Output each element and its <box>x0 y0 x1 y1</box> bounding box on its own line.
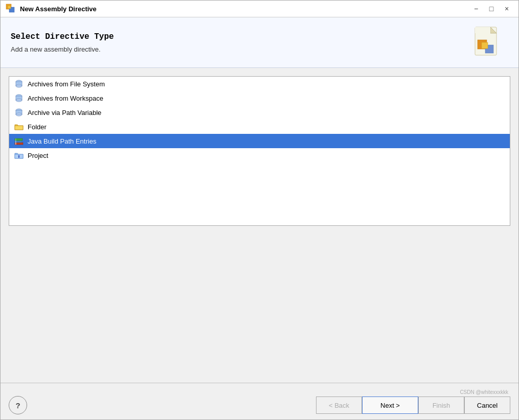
list-item[interactable]: Archives from File System <box>9 77 510 91</box>
spacer <box>9 226 510 375</box>
list-item-label: Folder <box>28 123 47 131</box>
header-subtitle: Add a new assembly directive. <box>11 45 114 53</box>
finish-button[interactable]: Finish <box>418 396 464 414</box>
list-item-label: Java Build Path Entries <box>28 137 96 145</box>
watermark: CSDN @whitexxxkkk <box>9 388 510 396</box>
archive-ws-icon <box>14 94 24 103</box>
dialog-title: New Assembly Directive <box>20 5 465 13</box>
svg-rect-2 <box>8 6 11 9</box>
svg-rect-30 <box>18 156 19 158</box>
svg-rect-8 <box>482 42 488 49</box>
title-bar: New Assembly Directive − □ × <box>1 1 518 17</box>
window-controls: − □ × <box>469 4 513 14</box>
list-item-label: Archives from Workspace <box>28 95 103 102</box>
project-icon <box>14 151 24 160</box>
title-icon <box>6 4 16 14</box>
list-item[interactable]: Archives from Workspace <box>9 91 510 105</box>
archive-fs-icon <box>14 79 24 88</box>
back-button[interactable]: < Back <box>316 396 362 414</box>
header-section: Select Directive Type Add a new assembly… <box>1 17 518 68</box>
folder-icon <box>14 122 24 131</box>
archive-path-icon <box>14 108 24 117</box>
svg-rect-27 <box>15 143 16 145</box>
header-text: Select Directive Type Add a new assembly… <box>11 32 114 53</box>
minimize-button[interactable]: − <box>469 4 483 14</box>
dialog-window: New Assembly Directive − □ × Select Dire… <box>0 0 519 420</box>
list-item[interactable]: Project <box>9 148 510 162</box>
list-item-label: Project <box>28 152 48 159</box>
java-books-icon <box>14 136 24 146</box>
svg-rect-5 <box>475 27 490 33</box>
list-item[interactable]: Archive via Path Variable <box>9 105 510 120</box>
list-item-selected[interactable]: Java Build Path Entries <box>9 134 510 148</box>
close-button[interactable]: × <box>500 4 513 14</box>
list-item[interactable]: Folder <box>9 120 510 134</box>
content-area: Archives from File System Archives from … <box>1 68 518 383</box>
footer: CSDN @whitexxxkkk ? < Back Next > Finish… <box>1 383 518 419</box>
svg-rect-21 <box>15 126 23 130</box>
directive-list[interactable]: Archives from File System Archives from … <box>9 76 510 226</box>
list-item-label: Archive via Path Variable <box>28 109 101 116</box>
help-button[interactable]: ? <box>9 396 27 414</box>
header-title: Select Directive Type <box>11 32 114 41</box>
maximize-button[interactable]: □ <box>485 4 498 14</box>
header-icon <box>467 25 508 60</box>
list-item-label: Archives from File System <box>28 80 105 88</box>
cancel-button[interactable]: Cancel <box>464 396 510 414</box>
next-button[interactable]: Next > <box>362 396 418 414</box>
footer-buttons: ? < Back Next > Finish Cancel <box>9 396 510 414</box>
